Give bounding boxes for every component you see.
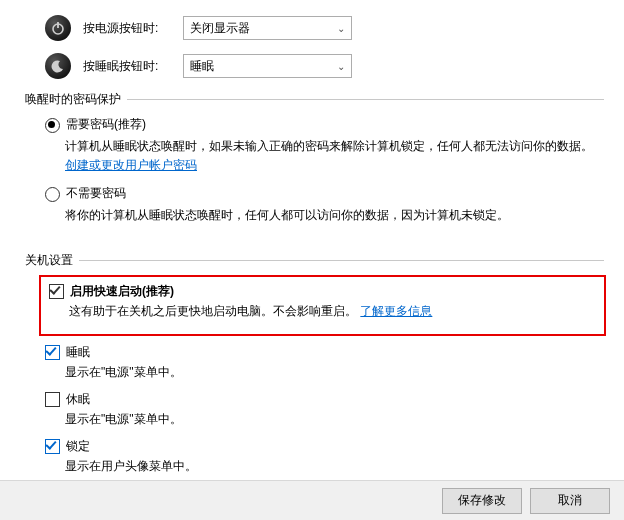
sleep-button-row: 按睡眠按钮时: 睡眠 ⌄ — [25, 53, 604, 79]
checkbox-checked-icon — [45, 345, 60, 360]
chevron-down-icon: ⌄ — [337, 23, 345, 34]
sleep-button-value: 睡眠 — [190, 58, 214, 75]
power-icon — [45, 15, 71, 41]
save-button[interactable]: 保存修改 — [442, 488, 522, 514]
sleep-checkbox-label: 睡眠 — [66, 344, 90, 361]
hibernate-checkbox[interactable]: 休眠 — [45, 391, 604, 408]
checkbox-checked-icon — [45, 439, 60, 454]
no-password-label: 不需要密码 — [66, 185, 126, 202]
wake-password-header: 唤醒时的密码保护 — [25, 91, 604, 108]
hibernate-checkbox-desc: 显示在"电源"菜单中。 — [65, 410, 604, 428]
power-button-row: 按电源按钮时: 关闭显示器 ⌄ — [25, 15, 604, 41]
sleep-checkbox-desc: 显示在"电源"菜单中。 — [65, 363, 604, 381]
power-button-label: 按电源按钮时: — [83, 20, 183, 37]
checkbox-checked-icon — [49, 284, 64, 299]
require-password-desc: 计算机从睡眠状态唤醒时，如果未输入正确的密码来解除计算机锁定，任何人都无法访问你… — [65, 137, 604, 175]
learn-more-link[interactable]: 了解更多信息 — [360, 304, 432, 318]
no-password-desc: 将你的计算机从睡眠状态唤醒时，任何人都可以访问你的数据，因为计算机未锁定。 — [65, 206, 604, 225]
lock-checkbox-label: 锁定 — [66, 438, 90, 455]
divider — [127, 99, 604, 100]
lock-checkbox-desc: 显示在用户头像菜单中。 — [65, 457, 604, 475]
chevron-down-icon: ⌄ — [337, 61, 345, 72]
hibernate-checkbox-label: 休眠 — [66, 391, 90, 408]
power-button-select[interactable]: 关闭显示器 ⌄ — [183, 16, 352, 40]
cancel-button[interactable]: 取消 — [530, 488, 610, 514]
sleep-icon — [45, 53, 71, 79]
no-password-radio[interactable]: 不需要密码 — [45, 185, 604, 202]
divider — [79, 260, 604, 261]
radio-unchecked-icon — [45, 187, 60, 202]
sleep-button-label: 按睡眠按钮时: — [83, 58, 183, 75]
checkbox-unchecked-icon — [45, 392, 60, 407]
sleep-button-select[interactable]: 睡眠 ⌄ — [183, 54, 352, 78]
sleep-checkbox[interactable]: 睡眠 — [45, 344, 604, 361]
wake-password-title: 唤醒时的密码保护 — [25, 91, 127, 108]
shutdown-settings-header: 关机设置 — [25, 252, 604, 269]
shutdown-settings-title: 关机设置 — [25, 252, 79, 269]
fast-startup-desc: 这有助于在关机之后更快地启动电脑。不会影响重启。 了解更多信息 — [69, 302, 596, 320]
power-button-value: 关闭显示器 — [190, 20, 250, 37]
fast-startup-highlight: 启用快速启动(推荐) 这有助于在关机之后更快地启动电脑。不会影响重启。 了解更多… — [39, 275, 606, 336]
change-account-password-link[interactable]: 创建或更改用户帐户密码 — [65, 158, 197, 172]
dialog-footer: 保存修改 取消 — [0, 480, 624, 520]
require-password-radio[interactable]: 需要密码(推荐) — [45, 116, 604, 133]
fast-startup-label: 启用快速启动(推荐) — [70, 283, 174, 300]
lock-checkbox[interactable]: 锁定 — [45, 438, 604, 455]
radio-checked-icon — [45, 118, 60, 133]
fast-startup-checkbox[interactable]: 启用快速启动(推荐) — [49, 283, 596, 300]
require-password-label: 需要密码(推荐) — [66, 116, 146, 133]
